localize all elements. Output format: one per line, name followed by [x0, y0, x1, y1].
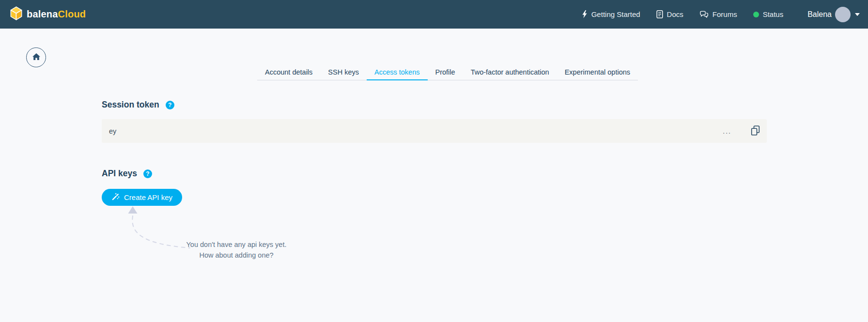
home-icon: [32, 53, 41, 62]
api-keys-empty-state: You don't have any api keys yet. How abo…: [183, 239, 290, 261]
forums-link[interactable]: Forums: [699, 10, 737, 18]
tab-experimental-options[interactable]: Experimental options: [557, 64, 638, 80]
docs-link[interactable]: Docs: [656, 10, 683, 18]
document-icon: [656, 10, 663, 18]
tab-account-details[interactable]: Account details: [257, 64, 320, 80]
status-link[interactable]: Status: [753, 10, 784, 18]
chevron-down-icon: [855, 13, 860, 16]
tab-access-tokens[interactable]: Access tokens: [367, 64, 428, 80]
brand-logo[interactable]: balenaCloud: [10, 6, 86, 22]
settings-tabs: Account details SSH keys Access tokens P…: [257, 64, 638, 80]
copy-icon: [751, 125, 760, 137]
top-navbar: balenaCloud Getting Started Docs: [0, 0, 868, 29]
magic-wand-icon: [111, 193, 120, 202]
getting-started-link[interactable]: Getting Started: [582, 10, 640, 18]
tab-ssh-keys[interactable]: SSH keys: [320, 64, 367, 80]
empty-state-line2: How about adding one?: [183, 250, 290, 261]
status-dot-icon: [753, 12, 759, 17]
navbar-links: Getting Started Docs Forums: [566, 7, 860, 22]
token-ellipsis: ...: [723, 127, 731, 135]
tab-profile[interactable]: Profile: [428, 64, 463, 80]
avatar: [835, 7, 851, 22]
help-icon[interactable]: ?: [143, 169, 152, 178]
api-keys-heading: API keys ?: [102, 169, 152, 179]
session-token-heading: Session token ?: [102, 100, 174, 110]
balena-cube-icon: [10, 6, 23, 22]
session-token-box: ey ...: [102, 119, 767, 143]
empty-state-line1: You don't have any api keys yet.: [183, 239, 290, 250]
user-menu[interactable]: Balena: [807, 7, 860, 22]
lightning-icon: [582, 10, 588, 18]
tab-two-factor-authentication[interactable]: Two-factor authentication: [463, 64, 557, 80]
chat-bubbles-icon: [699, 11, 709, 18]
copy-token-button[interactable]: [751, 125, 760, 137]
help-icon[interactable]: ?: [166, 101, 174, 109]
user-name: Balena: [807, 10, 832, 19]
brand-suffix: Cloud: [58, 9, 86, 19]
brand-name: balena: [27, 9, 58, 19]
home-button[interactable]: [26, 47, 46, 67]
session-token-value: ey: [109, 127, 116, 135]
